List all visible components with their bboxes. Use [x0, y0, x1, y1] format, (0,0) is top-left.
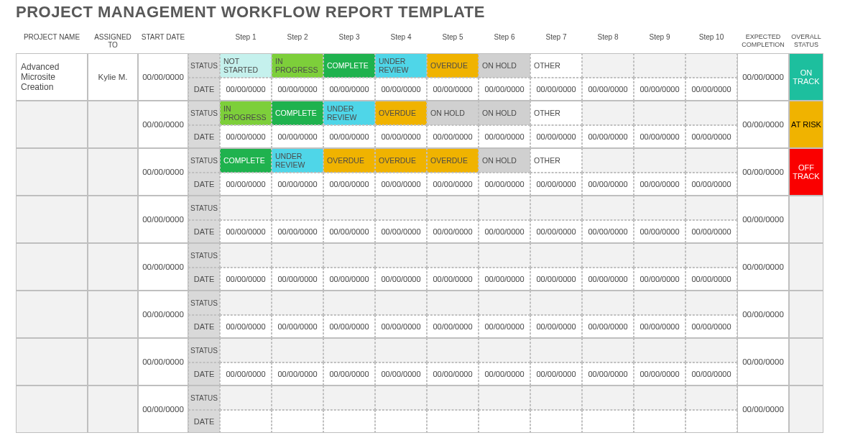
project-name-cell[interactable]	[16, 338, 88, 385]
date-cell[interactable]: 00/00/0000	[479, 268, 530, 291]
date-cell[interactable]: 00/00/0000	[427, 362, 479, 385]
start-date-cell[interactable]: 00/00/0000	[138, 243, 188, 291]
status-cell[interactable]	[530, 243, 582, 268]
status-cell[interactable]: OVERDUE	[427, 53, 479, 78]
date-cell[interactable]: 00/00/0000	[272, 362, 323, 385]
status-cell[interactable]	[323, 338, 375, 362]
date-cell[interactable]: 00/00/0000	[479, 125, 530, 148]
status-cell[interactable]	[582, 338, 634, 362]
status-cell[interactable]	[427, 291, 479, 315]
start-date-cell[interactable]: 00/00/0000	[138, 53, 188, 101]
date-cell[interactable]	[220, 410, 272, 433]
status-cell[interactable]	[220, 338, 272, 362]
date-cell[interactable]: 00/00/0000	[427, 125, 479, 148]
assigned-to-cell[interactable]	[88, 101, 138, 148]
assigned-to-cell[interactable]	[88, 196, 138, 243]
date-cell[interactable]: 00/00/0000	[272, 315, 323, 338]
start-date-cell[interactable]: 00/00/0000	[138, 385, 188, 433]
start-date-cell[interactable]: 00/00/0000	[138, 148, 188, 196]
date-cell[interactable]: 00/00/0000	[685, 173, 737, 196]
status-cell[interactable]	[220, 291, 272, 315]
date-cell[interactable]: 00/00/0000	[375, 268, 427, 291]
expected-cell[interactable]: 00/00/0000	[737, 101, 789, 148]
date-cell[interactable]: 00/00/0000	[582, 125, 634, 148]
expected-cell[interactable]: 00/00/0000	[737, 385, 789, 433]
status-cell[interactable]	[634, 243, 685, 268]
overall-status-cell[interactable]	[789, 243, 823, 291]
date-cell[interactable]: 00/00/0000	[582, 78, 634, 101]
status-cell[interactable]	[634, 148, 685, 173]
start-date-cell[interactable]: 00/00/0000	[138, 291, 188, 338]
date-cell[interactable]: 00/00/0000	[479, 220, 530, 243]
date-cell[interactable]: 00/00/0000	[375, 173, 427, 196]
status-cell[interactable]	[272, 243, 323, 268]
date-cell[interactable]: 00/00/0000	[582, 315, 634, 338]
date-cell[interactable]: 00/00/0000	[427, 315, 479, 338]
date-cell[interactable]: 00/00/0000	[220, 78, 272, 101]
status-cell[interactable]: OVERDUE	[323, 148, 375, 173]
date-cell[interactable]	[375, 410, 427, 433]
date-cell[interactable]: 00/00/0000	[685, 315, 737, 338]
status-cell[interactable]	[530, 196, 582, 220]
date-cell[interactable]: 00/00/0000	[582, 173, 634, 196]
status-cell[interactable]	[479, 338, 530, 362]
date-cell[interactable]: 00/00/0000	[685, 78, 737, 101]
status-cell[interactable]	[530, 291, 582, 315]
status-cell[interactable]	[634, 338, 685, 362]
date-cell[interactable]	[479, 410, 530, 433]
status-cell[interactable]	[634, 291, 685, 315]
status-cell[interactable]: IN PROGRESS	[220, 101, 272, 125]
date-cell[interactable]: 00/00/0000	[220, 125, 272, 148]
project-name-cell[interactable]	[16, 196, 88, 243]
status-cell[interactable]	[685, 101, 737, 125]
status-cell[interactable]	[685, 196, 737, 220]
date-cell[interactable]	[323, 410, 375, 433]
date-cell[interactable]: 00/00/0000	[530, 362, 582, 385]
status-cell[interactable]	[582, 148, 634, 173]
status-cell[interactable]	[272, 196, 323, 220]
date-cell[interactable]: 00/00/0000	[375, 125, 427, 148]
date-cell[interactable]: 00/00/0000	[634, 125, 685, 148]
start-date-cell[interactable]: 00/00/0000	[138, 101, 188, 148]
status-cell[interactable]: UNDER REVIEW	[375, 53, 427, 78]
assigned-to-cell[interactable]	[88, 243, 138, 291]
status-cell[interactable]	[427, 338, 479, 362]
date-cell[interactable]: 00/00/0000	[530, 78, 582, 101]
date-cell[interactable]: 00/00/0000	[220, 268, 272, 291]
date-cell[interactable]: 00/00/0000	[220, 220, 272, 243]
date-cell[interactable]: 00/00/0000	[323, 173, 375, 196]
status-cell[interactable]: COMPLETE	[272, 101, 323, 125]
status-cell[interactable]: COMPLETE	[220, 148, 272, 173]
status-cell[interactable]: OTHER	[530, 53, 582, 78]
status-cell[interactable]	[634, 53, 685, 78]
project-name-cell[interactable]	[16, 385, 88, 433]
status-cell[interactable]: OTHER	[530, 101, 582, 125]
date-cell[interactable]: 00/00/0000	[530, 268, 582, 291]
date-cell[interactable]: 00/00/0000	[427, 78, 479, 101]
date-cell[interactable]: 00/00/0000	[375, 220, 427, 243]
date-cell[interactable]: 00/00/0000	[530, 220, 582, 243]
status-cell[interactable]	[323, 243, 375, 268]
date-cell[interactable]: 00/00/0000	[427, 220, 479, 243]
status-cell[interactable]	[323, 196, 375, 220]
status-cell[interactable]	[220, 385, 272, 410]
date-cell[interactable]: 00/00/0000	[634, 78, 685, 101]
start-date-cell[interactable]: 00/00/0000	[138, 196, 188, 243]
status-cell[interactable]	[530, 385, 582, 410]
date-cell[interactable]: 00/00/0000	[220, 362, 272, 385]
date-cell[interactable]: 00/00/0000	[272, 173, 323, 196]
status-cell[interactable]	[220, 196, 272, 220]
assigned-to-cell[interactable]	[88, 148, 138, 196]
status-cell[interactable]: UNDER REVIEW	[323, 101, 375, 125]
status-cell[interactable]	[685, 148, 737, 173]
date-cell[interactable]: 00/00/0000	[375, 78, 427, 101]
start-date-cell[interactable]: 00/00/0000	[138, 338, 188, 385]
status-cell[interactable]	[375, 291, 427, 315]
date-cell[interactable]: 00/00/0000	[685, 125, 737, 148]
date-cell[interactable]	[582, 410, 634, 433]
overall-status-cell[interactable]: OFF TRACK	[789, 148, 823, 196]
status-cell[interactable]: ON HOLD	[479, 101, 530, 125]
expected-cell[interactable]: 00/00/0000	[737, 243, 789, 291]
status-cell[interactable]	[685, 243, 737, 268]
status-cell[interactable]	[634, 101, 685, 125]
